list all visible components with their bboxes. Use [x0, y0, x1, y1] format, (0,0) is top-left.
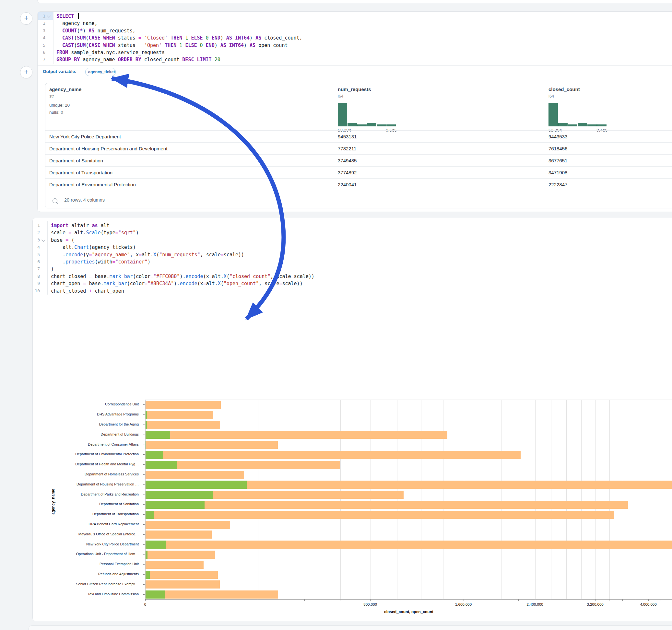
code-line[interactable]: chart_closed + chart_open	[51, 287, 124, 295]
x-axis-minor-tick	[609, 599, 609, 601]
bar-open-count	[146, 590, 165, 599]
code-line[interactable]: .encode(y="agency_name", x=alt.X("num_re…	[51, 251, 244, 258]
x-axis-minor-tick	[661, 599, 661, 601]
y-axis-tick	[143, 504, 145, 505]
table-row: Department of Transportation377489234719…	[45, 166, 672, 178]
python-editor[interactable]: 1import altair as alt2scale = alt.Scale(…	[33, 222, 672, 295]
gridline	[421, 400, 422, 600]
histogram-bar	[367, 123, 376, 126]
bar-open-count	[146, 441, 146, 449]
code-line[interactable]: agency_name,	[56, 20, 97, 27]
code-line[interactable]: COUNT(*) AS num_requests,	[56, 27, 136, 34]
y-axis-label: HRA Benefit Card Replacement	[42, 522, 139, 526]
y-axis-label: Mayorâ€ s Office of Special Enforce…	[42, 532, 139, 536]
gridline	[340, 400, 341, 600]
code-line[interactable]: )	[51, 265, 54, 272]
y-axis-tick	[143, 414, 145, 415]
histogram-bar	[338, 103, 347, 126]
gridline	[258, 400, 258, 600]
gridline	[551, 400, 551, 600]
x-axis-title: closed_count, open_count	[367, 610, 451, 614]
y-axis-label: Department of Transportation	[42, 512, 139, 516]
code-line[interactable]: CAST(SUM(CASE WHEN status = 'Open' THEN …	[56, 42, 288, 49]
y-axis-label: Department of Health and Mental Hyg…	[42, 462, 139, 466]
y-axis-tick	[143, 425, 145, 425]
x-axis-minor-tick	[636, 599, 636, 601]
bar-closed-count	[146, 551, 215, 559]
gridline	[566, 400, 567, 600]
y-axis-label: Department for the Aging	[42, 422, 139, 426]
output-variable-badge[interactable]: agency_tickets	[85, 68, 116, 76]
bar-open-count	[146, 421, 147, 429]
x-axis-minor-tick	[483, 599, 483, 601]
code-line[interactable]: GROUP BY agency_name ORDER BY closed_cou…	[56, 56, 220, 63]
fold-chevron-icon[interactable]	[47, 14, 51, 18]
bar-closed-count	[146, 451, 521, 459]
gridline	[443, 400, 443, 600]
line-number: 6	[33, 258, 40, 265]
code-line[interactable]: base = (	[51, 237, 74, 244]
y-axis-tick	[143, 574, 145, 575]
line-number: 10	[33, 287, 40, 295]
y-axis-tick	[143, 475, 145, 475]
gridline	[609, 400, 610, 600]
y-axis-tick	[143, 464, 145, 465]
bar-closed-count	[146, 511, 614, 519]
histogram-bar	[357, 124, 367, 126]
code-line[interactable]: scale = alt.Scale(type="sqrt")	[51, 229, 139, 236]
bar-open-count	[146, 461, 177, 469]
line-number: 4	[38, 34, 45, 42]
sql-editor[interactable]: 1SELECT 2 agency_name,3 COUNT(*) AS num_…	[38, 13, 672, 65]
column-type: str	[49, 94, 54, 98]
code-line[interactable]: import altair as alt	[51, 222, 110, 229]
y-axis-tick	[143, 405, 145, 405]
y-axis-label: Department of Sanitation	[42, 502, 139, 506]
search-icon[interactable]	[52, 198, 57, 203]
code-line[interactable]: CAST(SUM(CASE WHEN status = 'Closed' THE…	[56, 34, 303, 42]
line-number: 6	[38, 49, 45, 56]
x-axis-minor-tick	[566, 599, 566, 601]
chart-plot-area	[145, 399, 672, 600]
bar-closed-count	[146, 521, 230, 529]
text-caret	[78, 13, 79, 19]
add-cell-button-top[interactable]: +	[20, 12, 32, 25]
bar-open-count	[146, 511, 154, 519]
bar-open-count	[146, 431, 170, 439]
gridline	[397, 400, 398, 600]
gridline	[581, 400, 581, 600]
y-axis-label: Operations Unit - Department of Hom…	[42, 552, 139, 556]
column-name: num_requests	[338, 87, 371, 92]
x-axis-minor-tick	[443, 599, 443, 601]
table-cell: 3677651	[549, 154, 567, 167]
sql-cell-card: 1SELECT 2 agency_name,3 COUNT(*) AS num_…	[37, 11, 672, 212]
code-line[interactable]: SELECT	[56, 13, 77, 20]
x-axis-tick-label: 2,400,000	[512, 602, 557, 606]
python-cell-card: 1import altair as alt2scale = alt.Scale(…	[32, 218, 672, 621]
y-axis-tick	[143, 564, 145, 564]
bar-closed-count	[146, 471, 244, 479]
y-axis-label: Department of Parks and Recreation	[42, 492, 139, 496]
table-cell: 7782211	[338, 143, 356, 154]
bar-closed-count	[146, 590, 278, 599]
code-line[interactable]: FROM sample_data.nyc.service_requests	[56, 49, 165, 56]
bar-open-count	[146, 501, 205, 509]
y-axis-tick	[143, 484, 145, 485]
code-line[interactable]: alt.Chart(agency_tickets)	[51, 244, 136, 251]
bar-closed-count	[146, 561, 203, 569]
column-type: i64	[338, 94, 343, 98]
bar-open-count	[146, 411, 147, 419]
code-line[interactable]: chart_open = base.mark_bar(color="#8BC34…	[51, 280, 303, 287]
code-line[interactable]: chart_closed = base.mark_bar(color="#FFC…	[51, 273, 314, 280]
bar-open-count	[146, 481, 247, 489]
y-axis-label: Refunds and Adjustments	[42, 572, 139, 576]
table-cell: 3774892	[338, 167, 357, 178]
y-axis-label: DHS Advantage Programs	[42, 412, 139, 416]
code-line[interactable]: .properties(width="container")	[51, 258, 150, 265]
dataframe-preview: agency_namestrunique: 20nulls: 0num_requ…	[45, 83, 672, 209]
add-cell-button-output[interactable]: +	[20, 66, 32, 78]
histogram-bar	[558, 123, 568, 126]
gridline	[535, 400, 535, 600]
line-number: 2	[33, 229, 40, 236]
line-number: 2	[38, 20, 45, 27]
fold-chevron-icon[interactable]	[42, 238, 45, 241]
